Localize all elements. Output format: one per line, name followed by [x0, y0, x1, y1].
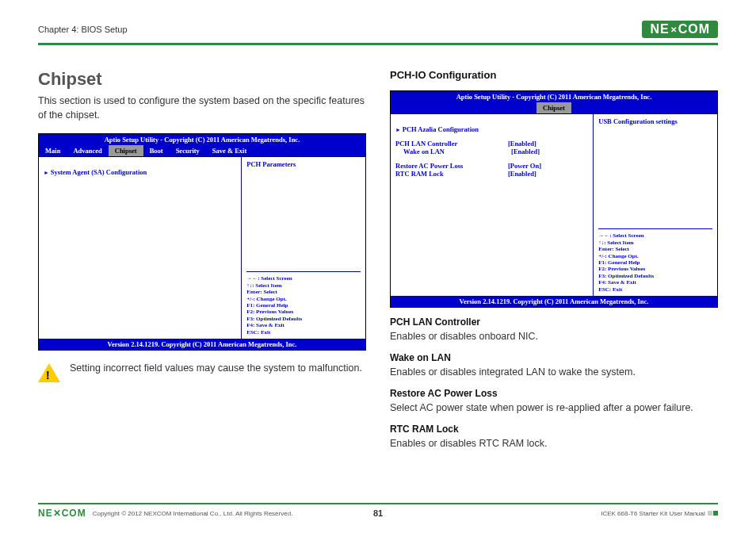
bios-key-hints: →←: Select Screen↑↓: Select ItemEnter: S… — [246, 271, 361, 336]
nexcom-logo: NE✕COM — [642, 21, 718, 38]
bios-tab: Boot — [143, 145, 170, 156]
bios-menu-item: System Agent (SA) Configuration — [44, 168, 236, 176]
bios-version: Version 2.14.1219. Copyright (C) 2011 Am… — [39, 339, 365, 350]
page-heading: Chipset — [38, 69, 366, 90]
intro-text: This section is used to configure the sy… — [38, 94, 366, 122]
desc-heading: Wake on LAN — [390, 352, 451, 363]
bios-version: Version 2.14.1219. Copyright (C) 2011 Am… — [391, 296, 717, 307]
bios-tab-active: Chipset — [536, 102, 571, 113]
desc-text: Enables or disables integrated LAN to wa… — [390, 366, 636, 378]
bios-menu-item: PCH Azalia Configuration — [395, 125, 588, 133]
bios-tab: Security — [170, 145, 206, 156]
bios-screenshot-pchio: Aptio Setup Utility - Copyright (C) 2011… — [390, 90, 718, 308]
footer-rule — [38, 503, 718, 504]
bios-key-hints: →←: Select Screen↑↓: Select ItemEnter: S… — [598, 228, 712, 293]
bios-option-row: RTC RAM Lock[Enabled] — [395, 170, 588, 178]
bios-option-row: PCH LAN Controller[Enabled] — [395, 140, 588, 148]
bios-help: PCH Parameters — [246, 160, 361, 271]
warning-icon — [38, 363, 60, 382]
bios-menu-item: PCH-IO Configuration — [44, 160, 236, 168]
bios-tab: Save & Exit — [206, 145, 253, 156]
bios-tab: Advanced — [67, 145, 108, 156]
page-number: 81 — [373, 508, 383, 518]
copyright-text: Copyright © 2012 NEXCOM International Co… — [93, 510, 293, 517]
header-rule — [38, 43, 718, 45]
bios-title: Aptio Setup Utility - Copyright (C) 2011… — [391, 91, 717, 102]
desc-heading: PCH LAN Controller — [390, 316, 480, 328]
desc-text: Enables or disables onboard NIC. — [390, 331, 538, 342]
chapter-label: Chapter 4: BIOS Setup — [38, 25, 128, 34]
desc-heading: Restore AC Power Loss — [390, 388, 498, 399]
bios-menu-item: USB Configuration — [395, 117, 588, 125]
bios-tabs: Main Advanced Chipset Boot Security Save… — [39, 145, 365, 156]
nexcom-logo-small: NE✕COM — [38, 508, 86, 519]
bios-help: USB Configuration settings — [598, 117, 712, 228]
desc-heading: RTC RAM Lock — [390, 424, 459, 435]
desc-text: Select AC power state when power is re-a… — [390, 402, 693, 413]
desc-text: Enables or disables RTC RAM lock. — [390, 438, 547, 449]
manual-title: ICEK 668-T6 Starter Kit User Manual — [601, 510, 705, 517]
bios-screenshot-chipset: Aptio Setup Utility - Copyright (C) 2011… — [38, 133, 366, 351]
section-heading: PCH-IO Configuration — [390, 69, 718, 81]
bios-title: Aptio Setup Utility - Copyright (C) 2011… — [39, 134, 365, 145]
bios-tab: Main — [39, 145, 67, 156]
bios-tab-active: Chipset — [109, 145, 143, 156]
bios-option-row: Wake on LAN[Enabled] — [395, 148, 588, 155]
bios-option-row: Restore AC Power Loss[Power On] — [395, 162, 588, 170]
warning-text: Setting incorrect field values may cause… — [70, 362, 362, 376]
bios-tabs: Chipset — [391, 102, 717, 113]
